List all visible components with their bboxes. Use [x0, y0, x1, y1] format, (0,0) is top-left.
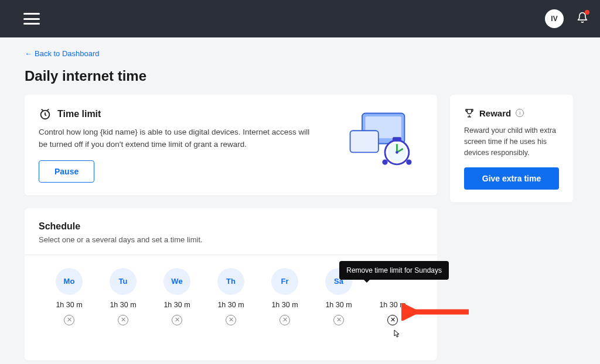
remove-limit-sa[interactable]: ✕	[333, 315, 344, 325]
reward-card: Reward i Reward your child with extra sc…	[450, 95, 573, 202]
day-time-mo: 1h 30 m	[56, 301, 82, 309]
day-chip-fr[interactable]: Fr	[271, 268, 298, 295]
clock-icon	[39, 108, 52, 121]
day-chip-we[interactable]: We	[163, 268, 190, 295]
reward-description: Reward your child with extra screen time…	[464, 125, 559, 158]
page-body: ← Back to Dashboard Daily internet time …	[0, 37, 600, 360]
days-row: Mo 1h 30 m ✕ Tu 1h 30 m ✕ We 1h 30 m ✕	[39, 268, 423, 325]
remove-limit-fr[interactable]: ✕	[279, 315, 290, 325]
avatar[interactable]: IV	[545, 9, 564, 28]
schedule-divider	[25, 255, 437, 255]
day-col-fr: Fr 1h 30 m ✕	[261, 268, 308, 325]
give-extra-time-button[interactable]: Give extra time	[464, 167, 559, 190]
schedule-subheading: Select one or a several days and set a t…	[39, 235, 423, 244]
day-chip-tu[interactable]: Tu	[110, 268, 137, 295]
page-title: Daily internet time	[25, 68, 573, 84]
time-limit-description: Control how long {kid name} is able to u…	[39, 126, 320, 151]
day-chip-mo[interactable]: Mo	[56, 268, 83, 295]
svg-point-6	[396, 151, 398, 154]
back-to-dashboard-link[interactable]: ← Back to Dashboard	[25, 49, 100, 58]
day-time-we: 1h 30 m	[163, 301, 190, 309]
remove-limit-we[interactable]: ✕	[172, 315, 182, 325]
day-col-tu: Tu 1h 30 m ✕	[100, 268, 146, 325]
svg-point-7	[382, 159, 387, 164]
remove-tooltip: Remove time limit for Sundays	[339, 261, 449, 280]
menu-icon[interactable]	[23, 13, 40, 25]
info-icon[interactable]: i	[516, 109, 524, 117]
svg-rect-9	[393, 137, 401, 141]
app-header: IV	[0, 0, 600, 37]
notification-dot-icon	[585, 10, 589, 15]
devices-clock-illustration	[347, 108, 423, 172]
remove-limit-mo[interactable]: ✕	[64, 315, 74, 325]
notifications-icon[interactable]	[577, 11, 588, 26]
pause-button[interactable]: Pause	[39, 160, 94, 183]
day-time-tu: 1h 30 m	[110, 301, 136, 309]
remove-limit-tu[interactable]: ✕	[118, 315, 128, 325]
day-chip-th[interactable]: Th	[217, 268, 244, 295]
day-time-su: 1h 30 m	[379, 301, 405, 309]
day-time-fr: 1h 30 m	[271, 301, 298, 309]
cursor-pointer-icon	[392, 329, 401, 339]
day-time-sa: 1h 30 m	[325, 301, 352, 309]
time-limit-card: Time limit Control how long {kid name} i…	[25, 95, 437, 195]
remove-limit-su[interactable]: ✕	[387, 315, 398, 325]
day-col-su: Remove time limit for Sundays Su 1h 30 m…	[369, 268, 416, 325]
back-link-label: Back to Dashboard	[35, 49, 100, 58]
header-right-group: IV	[545, 9, 588, 28]
reward-heading: Reward	[479, 108, 511, 118]
schedule-heading: Schedule	[39, 221, 423, 232]
arrow-left-icon: ←	[25, 49, 32, 58]
svg-point-8	[406, 159, 411, 164]
day-col-th: Th 1h 30 m ✕	[207, 268, 254, 325]
time-limit-heading: Time limit	[57, 109, 101, 119]
schedule-card: Schedule Select one or a several days an…	[25, 208, 437, 360]
trophy-icon	[464, 108, 475, 118]
day-col-we: We 1h 30 m ✕	[154, 268, 200, 325]
svg-rect-3	[350, 131, 379, 152]
day-col-mo: Mo 1h 30 m ✕	[46, 268, 93, 325]
day-time-th: 1h 30 m	[217, 301, 244, 309]
remove-limit-th[interactable]: ✕	[226, 315, 236, 325]
